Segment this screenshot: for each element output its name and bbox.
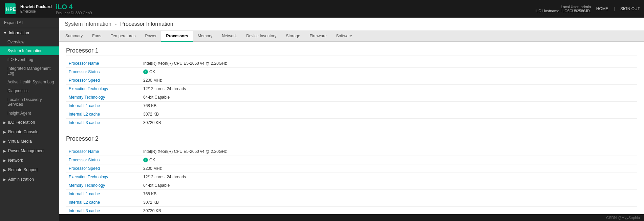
arrow-icon: ▶: [3, 168, 6, 172]
field-value-2-7: 30720 KB: [141, 207, 637, 215]
sidebar-group-virtual-media-label: Virtual Media: [8, 139, 32, 144]
sidebar-group-network[interactable]: ▶ Network: [0, 156, 59, 165]
sidebar-group-ilo-federation[interactable]: ▶ iLO Federation: [0, 118, 59, 127]
tab-fans[interactable]: Fans: [87, 31, 106, 42]
sidebar-group-remote-support-label: Remote Support: [8, 167, 38, 172]
field-value-2-3: 12/12 cores; 24 threads: [141, 173, 637, 181]
arrow-icon: ▶: [3, 159, 6, 162]
ilo-product-name: iLO 4: [56, 3, 92, 11]
tab-power[interactable]: Power: [140, 31, 161, 42]
table-row: Internal L3 cache30720 KB: [66, 119, 637, 127]
field-label-1-7: Internal L3 cache: [66, 119, 141, 127]
field-value-1-4: 64-bit Capable: [141, 93, 637, 102]
top-nav: HOME | SIGN OUT: [596, 6, 640, 11]
sidebar-group-remote-console-label: Remote Console: [8, 129, 38, 134]
brand-name: Hewlett Packard Enterprise: [20, 4, 52, 13]
field-value-2-4: 64-bit Capable: [141, 181, 637, 190]
tab-bar: Summary Fans Temperatures Power Processo…: [59, 31, 644, 42]
title-page: Processor Information: [120, 21, 173, 27]
processor-table-1: Processor NameIntel(R) Xeon(R) CPU E5-26…: [66, 59, 637, 127]
sidebar: Expand All ▼ Information Overview System…: [0, 18, 59, 221]
field-label-2-1: Processor Status: [66, 156, 141, 164]
sidebar-group-remote-console[interactable]: ▶ Remote Console: [0, 127, 59, 137]
field-label-1-5: Internal L1 cache: [66, 102, 141, 110]
sidebar-group-power-management[interactable]: ▶ Power Management: [0, 146, 59, 156]
sidebar-group-virtual-media[interactable]: ▶ Virtual Media: [0, 137, 59, 146]
processor-title-1: Processor 1: [66, 47, 637, 56]
tab-processors[interactable]: Processors: [161, 31, 193, 42]
hpe-logo-icon: HPE: [4, 3, 16, 15]
sidebar-item-ilo-event-log[interactable]: iLO Event Log: [0, 55, 59, 64]
arrow-icon: ▼: [3, 31, 7, 35]
table-row: Processor Speed2200 MHz: [66, 76, 637, 85]
sidebar-group-ilo-federation-label: iLO Federation: [8, 120, 35, 125]
field-label-1-1: Processor Status: [66, 68, 141, 76]
arrow-icon: ▶: [3, 130, 6, 134]
table-row: Processor Status✓OK: [66, 68, 637, 76]
field-value-2-1: ✓OK: [141, 156, 637, 164]
sidebar-group-administration[interactable]: ▶ Administration: [0, 175, 59, 184]
sidebar-group-remote-support[interactable]: ▶ Remote Support: [0, 165, 59, 175]
field-value-1-3: 12/12 cores; 24 threads: [141, 85, 637, 93]
status-ok-text: OK: [149, 69, 155, 74]
status-ok-indicator: ✓OK: [143, 158, 635, 162]
tab-software[interactable]: Software: [331, 31, 357, 42]
status-ok-indicator: ✓OK: [143, 69, 635, 74]
field-value-1-1: ✓OK: [141, 68, 637, 76]
table-row: Processor NameIntel(R) Xeon(R) CPU E5-26…: [66, 147, 637, 156]
hostname-label: iLO Hostname: ILO6CU82586JD.: [536, 9, 591, 13]
tab-device-inventory[interactable]: Device Inventory: [241, 31, 281, 42]
sidebar-item-overview[interactable]: Overview: [0, 38, 59, 46]
tab-temperatures[interactable]: Temperatures: [106, 31, 140, 42]
field-value-2-5: 768 KB: [141, 190, 637, 198]
field-value-2-6: 3072 KB: [141, 198, 637, 207]
table-row: Processor NameIntel(R) Xeon(R) CPU E5-26…: [66, 59, 637, 68]
expand-all-button[interactable]: Expand All: [0, 18, 59, 28]
sidebar-group-network-label: Network: [8, 158, 23, 163]
processor-table-2: Processor NameIntel(R) Xeon(R) CPU E5-26…: [66, 147, 637, 214]
field-value-1-7: 30720 KB: [141, 119, 637, 127]
brand-name-line2: Enterprise: [20, 9, 52, 13]
table-row: Internal L1 cache768 KB: [66, 102, 637, 110]
sidebar-item-insight-agent[interactable]: Insight Agent: [0, 109, 59, 118]
table-row: Memory Technology64-bit Capable: [66, 93, 637, 102]
page-title-bar: System Information - Processor Informati…: [59, 18, 644, 31]
tab-firmware[interactable]: Firmware: [305, 31, 331, 42]
table-row: Processor Status✓OK: [66, 156, 637, 164]
field-label-1-2: Processor Speed: [66, 76, 141, 85]
sidebar-item-location-discovery-services[interactable]: Location Discovery Services: [0, 95, 59, 109]
field-value-1-6: 3072 KB: [141, 110, 637, 119]
content-area: Processor 1Processor NameIntel(R) Xeon(R…: [59, 42, 644, 214]
field-value-1-0: Intel(R) Xeon(R) CPU E5-2650 v4 @ 2.20GH…: [141, 59, 637, 68]
table-row: Internal L1 cache768 KB: [66, 190, 637, 198]
sidebar-group-administration-label: Administration: [8, 177, 34, 182]
sign-out-link[interactable]: SIGN OUT: [620, 6, 640, 11]
table-row: Processor Speed2200 MHz: [66, 164, 637, 173]
field-label-1-3: Execution Technology: [66, 85, 141, 93]
header-right: Local User: admin iLO Hostname: ILO6CU82…: [536, 5, 640, 13]
sidebar-item-active-health-system-log[interactable]: Active Health System Log: [0, 78, 59, 86]
check-icon: ✓: [143, 69, 148, 74]
header-left: HPE Hewlett Packard Enterprise iLO 4 Pro…: [4, 3, 92, 15]
sidebar-item-integrated-management-log[interactable]: Integrated Management Log: [0, 64, 59, 78]
home-link[interactable]: HOME: [596, 6, 608, 11]
arrow-icon: ▶: [3, 140, 6, 143]
tab-summary[interactable]: Summary: [61, 31, 87, 42]
field-label-1-6: Internal L2 cache: [66, 110, 141, 119]
sidebar-group-information: ▼ Information Overview System Informatio…: [0, 28, 59, 118]
svg-text:HPE: HPE: [6, 6, 16, 12]
sidebar-item-system-information[interactable]: System Information: [0, 46, 59, 55]
sidebar-item-diagnostics[interactable]: Diagnostics: [0, 86, 59, 95]
main-content-area: System Information - Processor Informati…: [59, 18, 644, 221]
tab-storage[interactable]: Storage: [281, 31, 305, 42]
title-section: System Information: [65, 21, 111, 27]
tab-network[interactable]: Network: [217, 31, 241, 42]
sidebar-group-information-header[interactable]: ▼ Information: [0, 28, 59, 38]
field-label-1-0: Processor Name: [66, 59, 141, 68]
field-label-2-2: Processor Speed: [66, 164, 141, 173]
title-separator: -: [115, 21, 118, 27]
sidebar-group-power-management-label: Power Management: [8, 148, 44, 153]
arrow-icon: ▶: [3, 121, 6, 124]
field-label-2-7: Internal L3 cache: [66, 207, 141, 215]
tab-memory[interactable]: Memory: [193, 31, 217, 42]
